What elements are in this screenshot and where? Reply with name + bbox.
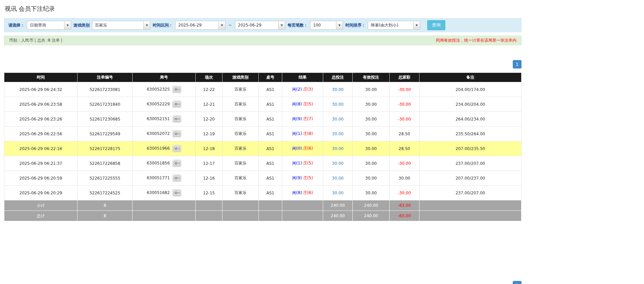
result-player: 闲(9) xyxy=(292,176,302,180)
table-footer: 小计 8 240.00 240.00 -63.00 总计 8 240.00 24… xyxy=(4,200,522,221)
page-button-1[interactable]: 1 xyxy=(513,60,522,68)
round-number: 630052229 xyxy=(147,102,170,106)
cell-session: 12-16 xyxy=(196,171,222,186)
result-banker: 庄(6) xyxy=(303,146,313,151)
round-number: 630051682 xyxy=(147,190,170,195)
cell-valid-bet: 30.00 xyxy=(353,141,390,156)
cell-time: 2025-06-29 06:22:56 xyxy=(4,127,78,141)
cell-round-no: 630052151 xyxy=(133,112,196,127)
total-bet-link[interactable]: 30.00 xyxy=(332,87,343,92)
cell-remark: 237.00/207.00 xyxy=(419,156,522,171)
cell-total-bet: 30.00 xyxy=(323,97,353,112)
cell-table-no: AS1 xyxy=(259,156,282,171)
cell-result: 闲(1) 庄(8) xyxy=(282,127,323,141)
subtotal-valid-bet: 240.00 xyxy=(353,200,390,211)
cell-game-type: 百家乐 xyxy=(222,82,259,97)
cell-total-bet: 30.00 xyxy=(323,127,353,141)
cell-table-no: AS1 xyxy=(259,97,282,112)
table-row: 2025-06-29 06:21:37 522617226858 6300518… xyxy=(4,156,522,171)
chevron-down-icon[interactable]: ▼ xyxy=(143,21,150,29)
result-banker: 庄(3) xyxy=(303,87,313,92)
total-label: 总计 xyxy=(4,211,78,221)
sort-order-combobox[interactable]: 降幂(由大到小) ▼ xyxy=(368,21,420,30)
cell-result: 闲(9) 庄(5) xyxy=(282,171,323,186)
page-size-combobox[interactable]: 100 ▼ xyxy=(310,21,343,30)
cell-bet-no: 522617224525 xyxy=(78,186,133,200)
cell-game-type: 百家乐 xyxy=(222,97,259,112)
date-from-combobox[interactable]: 2025-06-29 ▼ xyxy=(175,21,226,30)
cell-round-no: 630051682 xyxy=(133,186,196,200)
cell-session: 12-22 xyxy=(196,82,222,97)
header-table-no: 桌号 xyxy=(259,73,282,82)
view-round-media-button[interactable] xyxy=(172,160,181,167)
result-player: 闲(8) xyxy=(292,190,302,195)
chevron-down-icon[interactable]: ▼ xyxy=(336,21,343,29)
time-range-label: 时间区间： xyxy=(153,22,173,28)
total-row: 总计 8 240.00 240.00 -63.00 xyxy=(4,211,522,221)
search-button[interactable]: 查询 xyxy=(427,20,445,30)
cell-time: 2025-06-29 06:20:29 xyxy=(4,186,78,200)
cell-remark: 207.00/235.50 xyxy=(419,141,522,156)
header-session: 场次 xyxy=(196,73,222,82)
cell-result: 闲(8) 庄(5) xyxy=(282,97,323,112)
cell-valid-bet: 30.00 xyxy=(353,127,390,141)
total-bet-link[interactable]: 30.00 xyxy=(332,132,343,136)
total-bet-link[interactable]: 30.00 xyxy=(332,102,343,107)
video-camera-icon xyxy=(174,87,180,92)
cell-remark: 204.00/174.00 xyxy=(419,82,522,97)
cell-result: 闲(0) 庄(6) xyxy=(282,141,323,156)
round-number: 630051966 xyxy=(147,146,170,151)
cell-valid-bet: 30.00 xyxy=(353,97,390,112)
cell-remark: 237.00/207.00 xyxy=(419,186,522,200)
round-number: 630052151 xyxy=(147,116,170,121)
view-round-media-button[interactable] xyxy=(172,145,181,152)
chevron-down-icon[interactable]: ▼ xyxy=(413,21,420,29)
select-type-label: 请选择： xyxy=(8,22,24,28)
table-row: 2025-06-29 06:23:58 522617231840 6300522… xyxy=(4,97,522,112)
chevron-down-icon[interactable]: ▼ xyxy=(218,21,225,29)
view-round-media-button[interactable] xyxy=(172,175,181,182)
cell-time: 2025-06-29 06:21:37 xyxy=(4,156,78,171)
total-bet-link[interactable]: 30.00 xyxy=(332,146,343,151)
header-remark: 备注 xyxy=(419,73,522,82)
date-from-value: 2025-06-29 xyxy=(176,21,218,29)
total-bet-link[interactable]: 30.00 xyxy=(332,191,343,195)
video-camera-icon xyxy=(174,176,180,181)
view-round-media-button[interactable] xyxy=(172,115,181,123)
total-payout: -63.00 xyxy=(390,211,419,221)
subtotal-total-bet: 240.00 xyxy=(323,200,353,211)
cell-time: 2025-06-29 06:22:16 xyxy=(4,141,78,156)
cell-valid-bet: 30.00 xyxy=(353,112,390,127)
cell-game-type: 百家乐 xyxy=(222,127,259,141)
view-round-media-button[interactable] xyxy=(172,130,181,137)
subtotal-row: 小计 8 240.00 240.00 -63.00 xyxy=(4,200,522,211)
date-to-combobox[interactable]: 2025-06-29 ▼ xyxy=(235,21,285,30)
game-type-combobox[interactable]: 百家乐 ▼ xyxy=(92,21,150,30)
total-bet-link[interactable]: 30.00 xyxy=(332,117,343,122)
table-row: 2025-06-29 06:23:26 522617230685 6300521… xyxy=(4,112,522,127)
chevron-down-icon[interactable]: ▼ xyxy=(64,21,71,29)
view-round-media-button[interactable] xyxy=(172,189,181,196)
cell-round-no: 630052229 xyxy=(133,97,196,112)
page-button-1[interactable]: 1 xyxy=(513,281,522,284)
cell-total-bet: 30.00 xyxy=(323,141,353,156)
page-size-label: 每页笔数： xyxy=(288,22,308,28)
result-banker: 庄(5) xyxy=(303,176,313,180)
game-type-label: 游戏类别 xyxy=(73,22,90,28)
chevron-down-icon[interactable]: ▼ xyxy=(278,21,285,29)
cell-valid-bet: 30.00 xyxy=(353,82,390,97)
view-round-media-button[interactable] xyxy=(172,101,181,108)
cell-remark: 234.00/204.00 xyxy=(419,97,522,112)
result-banker: 庄(7) xyxy=(303,116,313,121)
date-type-combobox[interactable]: 日期查询 ▼ xyxy=(27,21,71,30)
table-row: 2025-06-29 06:22:56 522617229549 6300520… xyxy=(4,127,522,141)
result-banker: 庄(6) xyxy=(303,190,313,195)
result-player: 闲(1) xyxy=(292,131,302,136)
total-bet-link[interactable]: 30.00 xyxy=(332,161,343,166)
total-bet-link[interactable]: 30.00 xyxy=(332,176,343,181)
header-total-bet: 总投注 xyxy=(323,73,353,82)
cell-result: 闲(1) 庄(5) xyxy=(282,156,323,171)
view-round-media-button[interactable] xyxy=(172,86,181,93)
round-number: 630052072 xyxy=(147,131,170,136)
cell-table-no: AS1 xyxy=(259,186,282,200)
